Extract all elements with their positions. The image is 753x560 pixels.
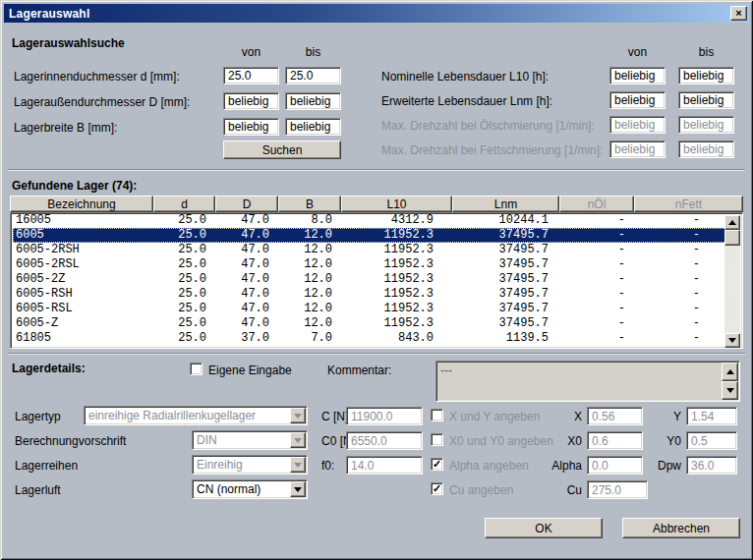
cu-checkbox[interactable]: ✓ bbox=[431, 482, 443, 495]
input-outer-diameter-von[interactable]: beliebig bbox=[223, 92, 279, 110]
lagerluft-label: Lagerluft bbox=[15, 483, 61, 497]
chevron-down-icon bbox=[294, 438, 302, 443]
column-header-von-right: von bbox=[609, 45, 666, 59]
lagerreihen-value: Einreihig bbox=[197, 458, 243, 472]
scroll-down-button[interactable] bbox=[724, 333, 740, 348]
berechnungvorschrift-dropdown-button bbox=[290, 432, 306, 448]
alpha-label: Alpha bbox=[492, 459, 582, 473]
berechnungvorschrift-label: Berechnungvorschrift bbox=[15, 434, 126, 448]
scroll-up-button[interactable] bbox=[724, 215, 740, 230]
input-extended-life-bis[interactable]: beliebig bbox=[678, 91, 734, 109]
eigene-eingabe-checkbox[interactable] bbox=[190, 363, 203, 375]
table-row-6005-RSH[interactable]: 6005-RSH25.047.012.011952.337495.7-- bbox=[13, 287, 726, 302]
table-row-6005-Z[interactable]: 6005-Z25.047.012.011952.337495.7-- bbox=[13, 316, 726, 331]
arrow-up-icon bbox=[728, 220, 736, 225]
table-row-6005-2Z[interactable]: 6005-2Z25.047.012.011952.337495.7-- bbox=[13, 272, 726, 287]
check-icon: ✓ bbox=[433, 459, 441, 470]
chevron-down-icon bbox=[294, 487, 302, 492]
c0-field: 6550.0 bbox=[346, 431, 423, 450]
input-bearing-width-von[interactable]: beliebig bbox=[223, 118, 279, 136]
kommentar-value: --- bbox=[440, 364, 452, 377]
close-button[interactable]: × bbox=[730, 6, 747, 21]
kommentar-scroll-down-button[interactable] bbox=[722, 381, 738, 400]
input-nominal-life-von[interactable]: beliebig bbox=[609, 67, 666, 84]
cu-field: 275.0 bbox=[587, 480, 648, 499]
separator-search-results bbox=[8, 169, 745, 170]
column-header-bis-right: bis bbox=[678, 45, 734, 59]
input-max-speed-oil-von: beliebig bbox=[609, 116, 666, 134]
window-title: Lagerauswahl bbox=[9, 7, 89, 21]
arrow-up-icon bbox=[726, 369, 734, 374]
alpha-checkbox[interactable]: ✓ bbox=[431, 458, 443, 471]
eigene-eingabe-label: Eigene Eingabe bbox=[208, 364, 292, 377]
column-header-L10[interactable]: L10 bbox=[341, 196, 452, 212]
label-extended-life: Erweiterte Lebensdauer Lnm [h]: bbox=[381, 94, 552, 108]
search-button[interactable]: Suchen bbox=[223, 140, 341, 159]
table-header: Bezeichnung d D B L10 Lnm nÖl nFett bbox=[10, 196, 743, 212]
input-max-speed-grease-von: beliebig bbox=[609, 140, 666, 158]
details-heading: Lagerdetails: bbox=[12, 362, 86, 375]
input-inner-diameter-von[interactable]: 25.0 bbox=[223, 67, 279, 84]
chevron-down-icon bbox=[294, 463, 302, 468]
column-header-bis-left: bis bbox=[285, 45, 341, 59]
x-und-y-checkbox[interactable] bbox=[431, 409, 443, 421]
results-table: 1600525.047.08.04312.910244.1-- 600525.0… bbox=[10, 212, 743, 349]
lagerluft-dropdown-button[interactable] bbox=[290, 481, 306, 497]
x0-label: X0 bbox=[492, 434, 582, 448]
input-nominal-life-bis[interactable]: beliebig bbox=[678, 67, 734, 84]
column-header-nOel[interactable]: nÖl bbox=[559, 196, 634, 212]
c-field: 11900.0 bbox=[346, 407, 423, 425]
column-header-B[interactable]: B bbox=[278, 196, 341, 212]
lagertyp-dropdown-button bbox=[290, 408, 306, 423]
table-row-61805[interactable]: 6180525.037.07.0843.01139.5-- bbox=[13, 331, 726, 346]
kommentar-textarea[interactable]: --- bbox=[435, 361, 740, 402]
lagertyp-label: Lagertyp bbox=[15, 410, 61, 423]
column-header-nFett[interactable]: nFett bbox=[634, 196, 743, 212]
arrow-down-icon bbox=[728, 338, 736, 343]
berechnungvorschrift-combobox: DIN bbox=[192, 430, 308, 450]
y0-label: Y0 bbox=[629, 434, 681, 448]
dpw-label: Dpw bbox=[629, 459, 681, 473]
input-outer-diameter-bis[interactable]: beliebig bbox=[285, 92, 341, 110]
input-max-speed-grease-bis: beliebig bbox=[678, 140, 734, 158]
cu-label: Cu bbox=[492, 483, 582, 497]
y-field: 1.54 bbox=[686, 407, 737, 425]
kommentar-scroll-up-button[interactable] bbox=[722, 363, 738, 381]
cancel-button[interactable]: Abbrechen bbox=[622, 518, 740, 538]
arrow-down-icon bbox=[726, 388, 734, 393]
table-row-6005-selected[interactable]: 600525.047.012.011952.337495.7-- bbox=[13, 228, 726, 243]
column-header-Lnm[interactable]: Lnm bbox=[452, 196, 559, 212]
column-header-D[interactable]: D bbox=[215, 196, 278, 212]
kommentar-scrollbar[interactable] bbox=[722, 363, 738, 400]
input-max-speed-oil-bis: beliebig bbox=[678, 116, 734, 134]
lagerreihen-dropdown-button bbox=[290, 457, 306, 473]
table-row-6005-2RSH[interactable]: 6005-2RSH25.047.012.011952.337495.7-- bbox=[13, 243, 726, 257]
label-max-speed-oil: Max. Drehzahl bei Ölschmierung [1/min]: bbox=[381, 119, 595, 133]
table-row-6005-2RSL[interactable]: 6005-2RSL25.047.012.011952.337495.7-- bbox=[13, 257, 726, 272]
y-label: Y bbox=[629, 410, 681, 423]
x0-und-y0-checkbox[interactable] bbox=[431, 433, 443, 446]
column-header-d[interactable]: d bbox=[153, 196, 215, 212]
title-bar[interactable]: Lagerauswahl bbox=[4, 4, 749, 23]
results-heading: Gefundene Lager (74): bbox=[12, 179, 137, 193]
search-section-heading: Lagerauswahlsuche bbox=[12, 36, 125, 50]
column-header-bezeichnung[interactable]: Bezeichnung bbox=[10, 196, 153, 212]
berechnungvorschrift-value: DIN bbox=[197, 433, 217, 447]
y0-field: 0.5 bbox=[686, 431, 737, 450]
chevron-down-icon bbox=[294, 414, 302, 419]
f0-field: 14.0 bbox=[346, 456, 423, 475]
label-nominal-life: Nominelle Lebensdauer L10 [h]: bbox=[381, 70, 549, 84]
lagerluft-combobox[interactable]: CN (normal) bbox=[192, 479, 308, 499]
table-scrollbar[interactable] bbox=[724, 215, 740, 348]
lagertyp-combobox: einreihige Radialrillenkugellager bbox=[84, 406, 308, 425]
table-row-6005-RSL[interactable]: 6005-RSL25.047.012.011952.337495.7-- bbox=[13, 302, 726, 316]
check-icon: ✓ bbox=[433, 483, 441, 494]
table-row-16005[interactable]: 1600525.047.08.04312.910244.1-- bbox=[13, 213, 726, 228]
column-header-von-left: von bbox=[223, 45, 279, 59]
input-bearing-width-bis[interactable]: beliebig bbox=[285, 118, 341, 136]
input-inner-diameter-bis[interactable]: 25.0 bbox=[285, 67, 341, 84]
ok-button[interactable]: OK bbox=[485, 518, 603, 538]
input-extended-life-von[interactable]: beliebig bbox=[609, 91, 666, 109]
scrollbar-thumb[interactable] bbox=[724, 230, 740, 246]
lagertyp-value: einreihige Radialrillenkugellager bbox=[88, 409, 256, 422]
